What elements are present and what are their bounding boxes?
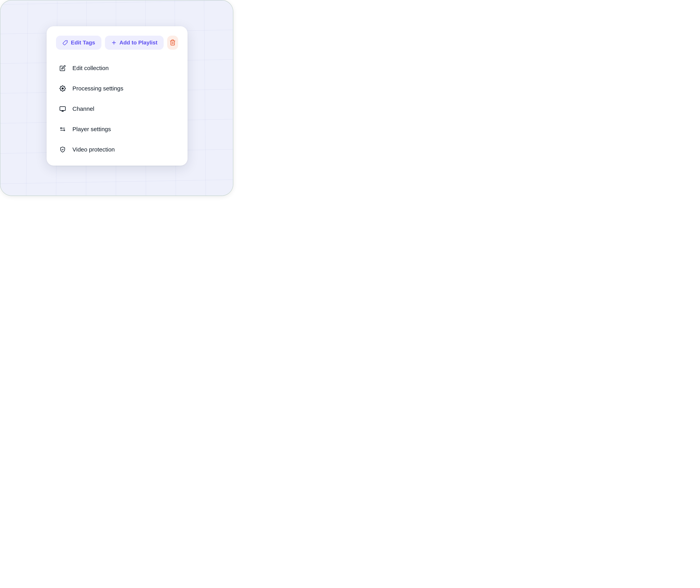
edit-icon <box>59 64 67 72</box>
context-menu-card: Edit Tags Add to Playlist <box>47 26 188 166</box>
menu-item-label: Channel <box>72 106 94 112</box>
svg-rect-6 <box>60 107 65 111</box>
menu-item-player-settings[interactable]: Player settings <box>59 120 178 139</box>
plus-icon <box>111 40 117 45</box>
preview-frame: Edit Tags Add to Playlist <box>0 0 233 196</box>
edit-tags-label: Edit Tags <box>71 40 95 46</box>
delete-button[interactable] <box>167 36 178 50</box>
tag-icon <box>62 40 68 46</box>
menu-list: Edit collection Processing settings <box>56 59 178 159</box>
add-to-playlist-label: Add to Playlist <box>119 40 157 46</box>
gear-icon <box>59 85 67 92</box>
menu-item-label: Player settings <box>72 126 111 133</box>
menu-item-edit-collection[interactable]: Edit collection <box>59 59 178 78</box>
channel-icon <box>59 105 67 113</box>
menu-item-processing-settings[interactable]: Processing settings <box>59 79 178 98</box>
menu-item-label: Processing settings <box>72 85 123 92</box>
menu-item-label: Edit collection <box>72 65 109 71</box>
svg-point-5 <box>62 88 63 89</box>
shield-icon <box>59 146 67 153</box>
svg-point-11 <box>64 130 65 131</box>
add-to-playlist-button[interactable]: Add to Playlist <box>105 36 164 50</box>
menu-item-video-protection[interactable]: Video protection <box>59 140 178 159</box>
toolbar: Edit Tags Add to Playlist <box>56 36 178 50</box>
trash-icon <box>170 39 176 46</box>
menu-item-channel[interactable]: Channel <box>59 99 178 118</box>
sliders-icon <box>59 125 67 133</box>
svg-point-8 <box>60 128 62 129</box>
svg-point-0 <box>66 41 67 42</box>
menu-item-label: Video protection <box>72 146 115 153</box>
edit-tags-button[interactable]: Edit Tags <box>56 36 101 50</box>
